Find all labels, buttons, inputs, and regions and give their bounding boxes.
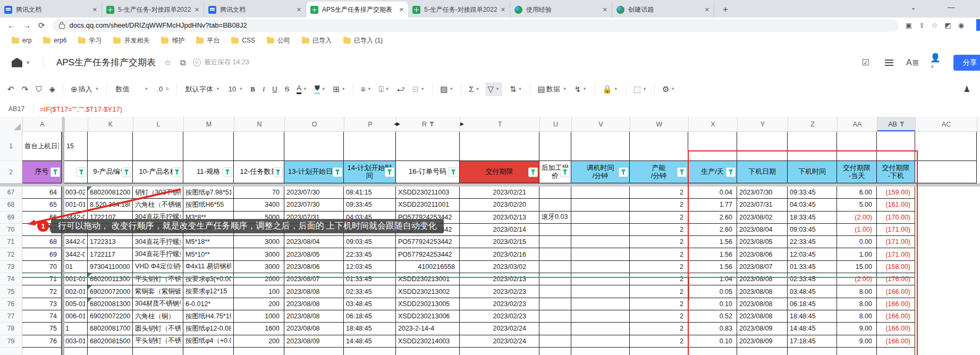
- cell-Z-72[interactable]: 12:03:45: [788, 248, 837, 260]
- cell-partial[interactable]: [22, 348, 62, 355]
- cell-partial[interactable]: [539, 348, 571, 355]
- cell-K-79[interactable]: 680200815001: [88, 335, 133, 348]
- cell-K-73[interactable]: 97304110000R: [88, 261, 133, 273]
- doc-title[interactable]: APS生产任务排产交期表: [56, 56, 156, 69]
- cell-J-72[interactable]: 3442-04: [64, 248, 88, 260]
- column-header-T[interactable]: T: [460, 117, 540, 132]
- column-header-V[interactable]: V: [572, 117, 630, 132]
- cell-X-70[interactable]: 2.60: [688, 224, 737, 236]
- cell-Y-68[interactable]: 2023/07/31: [737, 199, 788, 211]
- cell-Y-78[interactable]: 2023/08/09: [737, 323, 788, 335]
- column-filter-menu-icon[interactable]: [900, 122, 905, 126]
- cell-T-71[interactable]: 2023/02/15: [460, 236, 539, 248]
- cell-R-76[interactable]: XSDD230213005: [396, 298, 460, 310]
- cell-V-76[interactable]: [571, 298, 630, 310]
- filter-icon[interactable]: [619, 167, 628, 177]
- font-select[interactable]: 默认字体▼: [184, 84, 220, 94]
- task-checklist-icon[interactable]: ☑: [860, 57, 872, 68]
- hidden-column-marker-icon[interactable]: ▶: [460, 121, 463, 126]
- row-header-78[interactable]: 78: [0, 323, 22, 335]
- cell-Z-71[interactable]: 22:33:45: [788, 236, 837, 248]
- cell-J-69[interactable]: 3442-01: [64, 212, 88, 224]
- cell-reference-box[interactable]: AB17: [0, 105, 33, 113]
- cell-Z-76[interactable]: 06:18:45: [788, 298, 837, 310]
- browser-tab-0[interactable]: 腾讯文档✕: [0, 2, 102, 18]
- cell-M-73[interactable]: Φ4x11 易切钢机械: [183, 261, 234, 273]
- column-header-AA[interactable]: AA: [838, 117, 877, 132]
- cell-P-70[interactable]: 18:33:45: [344, 224, 396, 236]
- cell-K-76[interactable]: 680200813001: [88, 298, 133, 310]
- insert-button[interactable]: ⊕插入▼: [71, 84, 99, 94]
- insert-image-button[interactable]: ▨▼: [440, 84, 453, 94]
- cell-T-69[interactable]: 2023/02/13: [460, 212, 539, 224]
- format-painter-icon[interactable]: ⛉: [36, 84, 41, 94]
- cell-O-76[interactable]: 2023/08/08: [284, 298, 344, 310]
- cell-P-71[interactable]: 09:03:45: [344, 236, 396, 248]
- header-cell-A[interactable]: 序号: [22, 161, 62, 183]
- cell-O-71[interactable]: 2023/08/04: [284, 236, 344, 248]
- tab-search-chevron-icon[interactable]: ⌄: [910, 3, 916, 11]
- cell-AB-67[interactable]: (159.00): [877, 187, 915, 199]
- bookmark-item-0[interactable]: erp: [12, 37, 31, 44]
- cell-U-71[interactable]: [539, 236, 571, 248]
- profile-avatar-icon[interactable]: ◉: [958, 21, 964, 29]
- cell-X-69[interactable]: 2.60: [688, 212, 737, 224]
- cell-P-73[interactable]: 12:03:45: [344, 261, 396, 273]
- cell-V-75[interactable]: [571, 285, 630, 298]
- cell-Z-68[interactable]: 04:03:45: [788, 199, 837, 211]
- cell-X-74[interactable]: 1.04: [688, 273, 737, 285]
- header-cell-L[interactable]: 10-产品名称: [133, 161, 183, 183]
- cell-A-77[interactable]: 74: [22, 310, 62, 323]
- url-text[interactable]: docs.qq.com/sheet/DRIZqWWFMcHJpdHNv?tab=…: [70, 21, 247, 29]
- undo-icon[interactable]: ↶: [7, 84, 14, 94]
- column-header-AB[interactable]: AB: [877, 117, 916, 132]
- extensions-puzzle-icon[interactable]: ◩: [944, 21, 951, 29]
- cell-W-77[interactable]: 2: [630, 310, 688, 323]
- tab-close-icon[interactable]: ✕: [195, 6, 199, 13]
- home-chevron-icon[interactable]: ▼: [26, 60, 30, 65]
- cell-M-79[interactable]: 按图纸φ4（+0.0: [183, 335, 234, 348]
- cell-Z-69[interactable]: 18:33:45: [788, 212, 837, 224]
- cell-U-67[interactable]: [539, 187, 571, 199]
- cell-M-68[interactable]: 按图纸H6*55: [183, 199, 234, 211]
- cell-W-76[interactable]: 2: [630, 298, 688, 310]
- cell-X-1[interactable]: [688, 132, 737, 161]
- cell-AA-72[interactable]: 1.00: [837, 248, 877, 260]
- cell-O-68[interactable]: 2023/07/30: [284, 199, 344, 211]
- cell-V-78[interactable]: [571, 323, 630, 335]
- cell-T-68[interactable]: 2023/02/20: [460, 199, 539, 211]
- cell-R-77[interactable]: XSDD230213006: [396, 310, 460, 323]
- cell-Y-67[interactable]: 2023/07/30: [737, 187, 788, 199]
- tab-close-icon[interactable]: ✕: [603, 6, 607, 13]
- cell-L-77[interactable]: 六角柱（铜）: [133, 310, 183, 323]
- sort-button[interactable]: ⇅▼: [510, 84, 522, 94]
- column-header-W[interactable]: W: [630, 117, 689, 132]
- font-size-select[interactable]: 10▼: [227, 85, 243, 93]
- cell-X-79[interactable]: 0.10: [688, 335, 737, 348]
- reload-icon[interactable]: ⟳: [38, 21, 45, 30]
- cell-M-78[interactable]: 按图纸φ12-0.08*: [183, 323, 234, 335]
- cell-L-67[interactable]: 销钉（303不锈钢）: [133, 187, 183, 199]
- cell-X-76[interactable]: 0.10: [688, 298, 737, 310]
- cell-X-77[interactable]: 0.52: [688, 310, 737, 323]
- cell-W-69[interactable]: 2: [630, 212, 688, 224]
- cell-O-79[interactable]: 2023/08/09: [284, 335, 344, 348]
- cell-partial[interactable]: [571, 348, 630, 355]
- row-header-68[interactable]: 68: [0, 199, 22, 211]
- cell-A-76[interactable]: 73: [22, 298, 62, 310]
- cell-partial[interactable]: [915, 348, 977, 355]
- filter-icon[interactable]: [449, 167, 458, 177]
- cell-AA-68[interactable]: 5.00: [837, 199, 877, 211]
- cell-W-67[interactable]: 2: [630, 187, 688, 199]
- cell-L-70[interactable]: 304直花手拧螺丝: [133, 224, 183, 236]
- data-menu-button[interactable]: ▤数据▼: [538, 84, 567, 94]
- cell-O-67[interactable]: 2023/07/30: [284, 187, 344, 199]
- cell-M-71[interactable]: M5*18**: [183, 236, 234, 248]
- bookmark-item-2[interactable]: 学习: [78, 36, 102, 45]
- share-page-icon[interactable]: ⇪: [919, 21, 925, 29]
- row-header-74[interactable]: 74: [0, 273, 22, 285]
- cell-A-67[interactable]: 64: [22, 187, 62, 199]
- cell-AB-75[interactable]: (166.00): [877, 285, 915, 298]
- cell-T-74[interactable]: 2023/02/13: [460, 273, 539, 285]
- cell-N-69[interactable]: 5000: [234, 212, 284, 224]
